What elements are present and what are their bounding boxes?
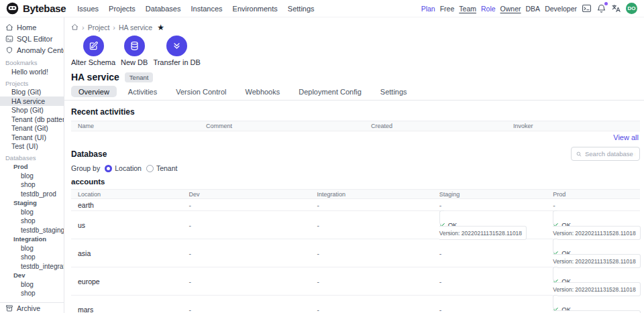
radio-tenant-label[interactable]: Tenant	[156, 164, 178, 172]
title-row: HA service Tenant	[71, 72, 640, 82]
sidebar-db-testdb-integration[interactable]: testdb_integration	[0, 262, 64, 271]
sidebar-item-home[interactable]: Home	[0, 21, 64, 33]
dev-cell: -	[185, 201, 313, 209]
sidebar-db-staging-blog[interactable]: blog	[0, 208, 64, 217]
nav-issues[interactable]: Issues	[77, 5, 99, 13]
plan-label: Plan	[421, 5, 435, 13]
main-content: › Project › HA service ★ Alter Schema	[64, 17, 644, 313]
db-status-card[interactable]: OK Version: 20220211131528.11018	[553, 210, 640, 240]
staging-cell: -	[435, 201, 549, 209]
dev-cell: -	[185, 306, 313, 313]
nav-instances[interactable]: Instances	[191, 5, 222, 13]
breadcrumb-project[interactable]: Project	[88, 23, 110, 32]
radio-location-label[interactable]: Location	[115, 164, 142, 172]
database-table-header-row: Location Dev Integration Staging Prod	[71, 189, 640, 199]
sidebar-item-anomaly-center[interactable]: Anomaly Center	[0, 44, 64, 56]
sidebar-project-shop-git[interactable]: Shop (Git)	[0, 106, 64, 115]
nav-projects[interactable]: Projects	[109, 5, 136, 13]
sidebar-item-label: Anomaly Center	[17, 46, 64, 54]
role-option-owner[interactable]: Owner	[500, 5, 521, 13]
user-avatar[interactable]: DO	[626, 3, 637, 14]
status-ok-label: OK	[561, 249, 571, 257]
transfer-in-db-button[interactable]: Transfer in DB	[153, 36, 201, 66]
version-label: Version: 20220211131528.11018	[553, 286, 635, 293]
radio-location[interactable]	[105, 165, 112, 172]
prod-cell: OK Version: 20220211131528.11018	[549, 213, 640, 237]
db-status-card[interactable]: OK Version: 20220211131528.11018	[439, 210, 549, 240]
tab-activities[interactable]: Activities	[121, 86, 164, 97]
alter-schema-button[interactable]: Alter Schema	[71, 36, 115, 66]
env-integration-label: Integration	[0, 235, 64, 244]
role-option-developer[interactable]: Developer	[545, 5, 577, 13]
column-dev: Dev	[185, 191, 313, 198]
sidebar-db-testdb-staging[interactable]: testdb_staging	[0, 226, 64, 235]
sidebar-item-label: Archive	[17, 304, 40, 312]
sidebar-item-sql-editor[interactable]: SQL Editor	[0, 33, 64, 44]
sidebar-db-prod-shop[interactable]: shop	[0, 180, 64, 190]
notifications-button[interactable]	[596, 3, 606, 13]
view-all-link[interactable]: View all	[613, 133, 639, 141]
home-icon	[5, 23, 13, 32]
check-icon	[439, 222, 445, 228]
terminal-button[interactable]	[582, 3, 592, 13]
column-comment: Comment	[202, 123, 367, 129]
sidebar-project-tenant-git[interactable]: Tenant (Git)	[0, 124, 64, 133]
top-nav: Issues Projects Databases Instances Envi…	[77, 5, 314, 13]
recent-activities-title: Recent activities	[71, 107, 640, 117]
nav-environments[interactable]: Environments	[233, 5, 278, 13]
language-button[interactable]	[611, 3, 621, 13]
quick-actions: Alter Schema New DB	[71, 36, 640, 66]
version-label: Version: 20220211131528.11018	[553, 230, 635, 237]
sidebar-item-label: SQL Editor	[17, 35, 52, 43]
role-option-dba[interactable]: DBA	[526, 5, 541, 13]
bytebase-logo[interactable]: Bytebase	[6, 2, 66, 15]
tab-deployment-config[interactable]: Deployment Config	[291, 86, 369, 97]
prod-cell: OK Version: 20220211131528.11018	[549, 298, 640, 313]
radio-tenant[interactable]	[146, 165, 154, 172]
db-status-card[interactable]: OK Version: 20220211131528.11018	[553, 267, 640, 296]
breadcrumb-separator: ›	[82, 23, 85, 32]
integration-cell: -	[313, 306, 435, 313]
breadcrumb-home-icon[interactable]	[71, 23, 78, 31]
integration-cell: -	[313, 201, 435, 209]
search-database-input[interactable]	[585, 150, 635, 158]
sidebar-item-label: Home	[17, 23, 36, 32]
top-right-cluster: Plan Free Team Role Owner DBA Developer	[421, 3, 637, 14]
recent-activities-table: Name Comment Created Invoker	[71, 121, 640, 131]
sidebar-project-tenant-ui[interactable]: Tenant (UI)	[0, 133, 64, 142]
check-icon	[553, 222, 559, 228]
sidebar-db-testdb-prod[interactable]: testdb_prod	[0, 190, 64, 199]
db-status-card[interactable]: OK Version: 20220211131528.11018	[553, 295, 640, 313]
favorite-star-icon[interactable]: ★	[157, 23, 164, 32]
nav-databases[interactable]: Databases	[146, 5, 181, 13]
bookmark-item[interactable]: Hello world!	[0, 67, 64, 76]
location-cell: us	[71, 221, 185, 229]
sidebar-db-staging-shop[interactable]: shop	[0, 216, 64, 226]
search-icon	[576, 151, 582, 158]
tab-settings[interactable]: Settings	[373, 86, 415, 97]
bookmarks-header: Bookmarks	[0, 58, 64, 67]
sidebar-db-prod-blog[interactable]: blog	[0, 172, 64, 181]
plan-option-free[interactable]: Free	[440, 5, 455, 13]
tab-overview[interactable]: Overview	[71, 86, 117, 97]
tab-version-control[interactable]: Version Control	[168, 86, 233, 97]
sidebar-project-tenant-db-pattern[interactable]: Tenant (db pattern)	[0, 115, 64, 124]
sidebar-db-integration-blog[interactable]: blog	[0, 244, 64, 253]
sidebar-project-ha-service[interactable]: HA service	[0, 97, 64, 106]
sidebar-project-blog-git[interactable]: Blog (Git)	[0, 88, 64, 97]
prod-cell: OK Version: 20220211131528.11018	[549, 269, 640, 293]
sidebar-db-dev-blog[interactable]: blog	[0, 280, 64, 290]
new-db-button[interactable]: New DB	[121, 36, 148, 66]
db-status-card[interactable]: OK Version: 20220211131528.11018	[553, 239, 640, 268]
sidebar-db-dev-shop[interactable]: shop	[0, 289, 64, 298]
tab-webhooks[interactable]: Webhooks	[237, 86, 287, 97]
nav-settings[interactable]: Settings	[288, 5, 315, 13]
plan-option-team[interactable]: Team	[459, 5, 476, 13]
location-cell: asia	[71, 249, 185, 257]
sidebar-item-archive[interactable]: Archive	[0, 302, 64, 313]
location-cell: europe	[71, 277, 185, 286]
version-label: Version: 20220211131528.11018	[553, 258, 635, 265]
notification-dot	[604, 2, 608, 5]
sidebar-project-test-ui[interactable]: Test (UI)	[0, 142, 64, 151]
sidebar-db-integration-shop[interactable]: shop	[0, 253, 64, 262]
